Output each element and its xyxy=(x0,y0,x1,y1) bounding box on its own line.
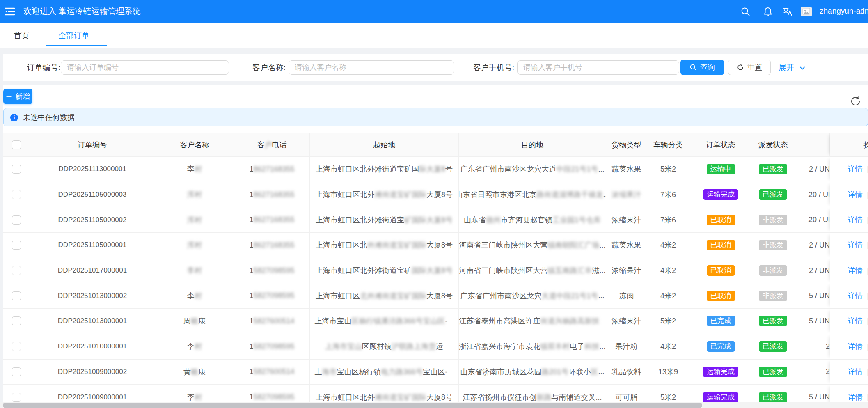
row-checkbox[interactable] xyxy=(12,367,21,376)
cell-order-status: 已取消 xyxy=(689,283,752,308)
cell-quantity: 2 xyxy=(794,334,830,359)
cell-customer-phone: 18627168355 xyxy=(234,157,310,182)
cell-actions: 详情| xyxy=(830,309,868,334)
row-checkbox[interactable] xyxy=(12,165,21,174)
cell-destination: 广东省广州市南沙区龙穴大道中段21号1号... xyxy=(459,157,606,182)
row-checkbox[interactable] xyxy=(12,266,21,275)
selection-alert: i 未选中任何数据 xyxy=(3,108,868,126)
table-row: DDP20251013000001周晓康15827600514上海市宝山区杨行镇… xyxy=(3,309,868,334)
cell-order-status: 运输中 xyxy=(689,157,752,182)
cell-destination: 广东省广州市南沙区龙穴大道中段21号1号... xyxy=(459,283,606,308)
detail-link[interactable]: 详情 xyxy=(848,316,863,326)
order-no-input[interactable] xyxy=(61,60,229,75)
table-row: DDP20251105000002浑村18627168355上海市虹口区北外滩街… xyxy=(3,207,868,233)
reset-button[interactable]: 重置 xyxy=(728,60,771,75)
cell-destination: 山东省日照市东港区北京路街道淄博路千禧龙... xyxy=(459,182,606,207)
tab-bar: 首页 全部订单 xyxy=(0,23,868,48)
app-title: 欢迎进入 掌运冷链运输管理系统 xyxy=(23,0,141,22)
detail-link[interactable]: 详情 xyxy=(848,291,863,301)
header-cell: 车辆分类 xyxy=(647,133,689,156)
header-select-all xyxy=(3,133,30,156)
dispatch-status-badge: 已派发 xyxy=(759,367,787,377)
bell-icon[interactable] xyxy=(763,7,773,16)
cell-order-no: DDP20251010000001 xyxy=(30,334,155,359)
row-checkbox[interactable] xyxy=(12,291,21,300)
cell-vehicle-class: 13米9 xyxy=(647,360,689,385)
cell-customer-phone: 15827600514 xyxy=(234,360,310,385)
cell-origin: 上海市虹口区北外滩街道宝矿国际大厦8号 xyxy=(310,258,459,283)
cell-origin: 上海市虹口区北外滩街道宝矿国际大厦8号 xyxy=(310,233,459,258)
horizontal-scrollbar[interactable] xyxy=(0,402,868,408)
cell-origin: 上海市虹口区北外滩街道宝矿国际大厦8号 xyxy=(310,157,459,182)
dispatch-status-badge: 非派发 xyxy=(759,240,787,250)
header-cell: 目的地 xyxy=(459,133,606,156)
detail-link[interactable]: 详情 xyxy=(848,367,863,377)
tab-home[interactable]: 首页 xyxy=(14,25,29,47)
table-row: DDP20251009000002黄晓康15827600514上海市宝山区杨行镇… xyxy=(3,360,868,385)
cell-actions: 详情| xyxy=(830,283,868,308)
row-checkbox[interactable] xyxy=(12,316,21,325)
row-checkbox[interactable] xyxy=(12,342,21,351)
cell-quantity: 2 / UN xyxy=(794,258,830,283)
row-checkbox[interactable] xyxy=(12,215,21,225)
cell-order-no: DDP20251113000001 xyxy=(30,157,155,182)
detail-link[interactable]: 详情 xyxy=(848,266,863,275)
add-button[interactable]: 新增 xyxy=(3,89,32,104)
tab-active-indicator xyxy=(46,45,107,46)
tab-all-orders[interactable]: 全部订单 xyxy=(58,25,89,47)
cell-origin: 上海市宝山区杨行镇电力路366号宝山区-... xyxy=(310,360,459,385)
cell-customer-phone: 15827098595 xyxy=(234,258,310,283)
cell-order-no: DDP20251013000002 xyxy=(30,283,155,308)
expand-link[interactable]: 展开 xyxy=(779,54,806,81)
order-table-panel: 新增 i 未选中任何数据 订单编号客户名称客户电话起始地目的地货物类型车辆分类订… xyxy=(3,85,868,408)
search-icon[interactable] xyxy=(740,7,750,16)
detail-link[interactable]: 详情 xyxy=(848,240,863,250)
scrollbar-thumb[interactable] xyxy=(3,403,702,408)
detail-link[interactable]: 详情 xyxy=(848,215,863,225)
detail-link[interactable]: 详情 xyxy=(848,392,863,402)
cell-dispatch-status: 已派发 xyxy=(752,360,794,385)
row-checkbox[interactable] xyxy=(12,241,21,250)
cell-dispatch-status: 非派发 xyxy=(752,233,794,258)
cell-origin: 上海市虹口区北外滩街道宝矿国际大厦8号 xyxy=(310,207,459,232)
detail-link[interactable]: 详情 xyxy=(848,342,863,351)
dispatch-status-badge: 非派发 xyxy=(759,265,787,276)
cell-quantity: 20 / Ul xyxy=(794,182,830,207)
cell-actions: 详情| xyxy=(830,157,868,182)
cell-actions: 详情| xyxy=(830,334,868,359)
username[interactable]: zhangyun-admin xyxy=(820,0,868,22)
header-cell: 客户电话 xyxy=(234,133,310,156)
customer-phone-input[interactable] xyxy=(517,60,679,75)
customer-name-input[interactable] xyxy=(289,60,454,75)
detail-link[interactable]: 详情 xyxy=(848,164,863,174)
cell-order-status: 已取消 xyxy=(689,207,752,232)
cell-customer-name: 浑村 xyxy=(155,207,234,232)
cell-destination: 河南省三门峡市陕州区大营镇五南路汇丰滋... xyxy=(459,258,606,283)
search-button[interactable]: 查询 xyxy=(680,60,724,75)
menu-fold-icon[interactable] xyxy=(5,6,15,17)
cell-goods-type: 浓缩果汁 xyxy=(606,182,647,207)
row-checkbox[interactable] xyxy=(12,190,21,199)
translate-icon[interactable] xyxy=(783,7,792,16)
cell-dispatch-status: 非派发 xyxy=(752,258,794,283)
detail-link[interactable]: 详情 xyxy=(848,190,863,199)
cell-dispatch-status: 已派发 xyxy=(752,182,794,207)
cell-quantity: 5 / UN xyxy=(794,309,830,334)
avatar[interactable] xyxy=(801,7,812,16)
cell-destination: 山东省德州市齐河县赵官镇工业园1号仓库 xyxy=(459,207,606,232)
row-checkbox[interactable] xyxy=(12,393,21,402)
search-button-icon xyxy=(689,64,697,71)
cell-order-status: 已取消 xyxy=(689,233,752,258)
cell-customer-name: 浑村 xyxy=(155,233,234,258)
cell-goods-type: 果汁粉 xyxy=(606,334,647,359)
cell-customer-name: 浑村 xyxy=(155,182,234,207)
select-all-checkbox[interactable] xyxy=(12,140,21,149)
cell-customer-phone: 15827098595 xyxy=(234,283,310,308)
cell-vehicle-class: 7米6 xyxy=(647,182,689,207)
cell-actions: 详情| xyxy=(830,360,868,385)
cell-origin: 上海市宝山区顾村镇沪联路上海货运 xyxy=(310,334,459,359)
refresh-icon[interactable] xyxy=(850,95,861,107)
row-select xyxy=(3,309,30,334)
order-status-badge: 运输中 xyxy=(707,164,735,174)
table-row: DDP20251105000001浑村18627168355上海市虹口区北外滩街… xyxy=(3,233,868,258)
